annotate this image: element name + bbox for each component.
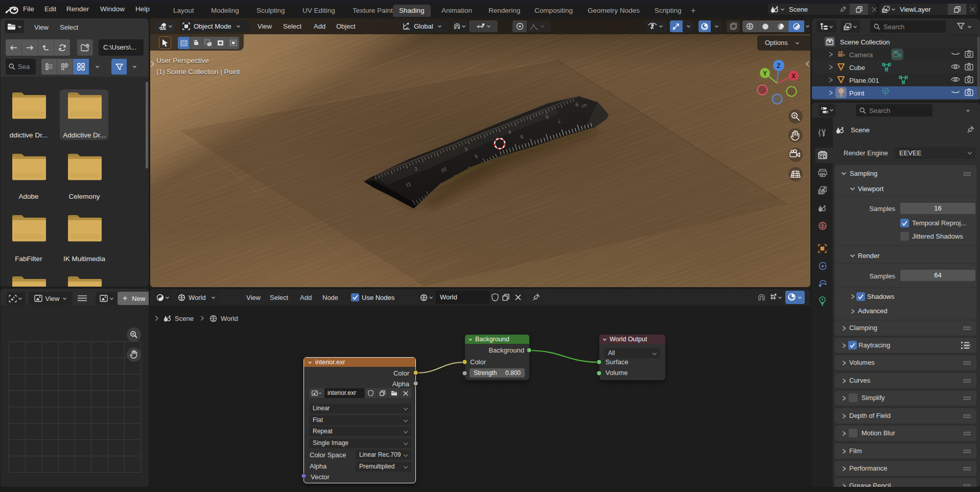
svg-text:X: X [791, 73, 796, 80]
svg-text:Y: Y [763, 70, 767, 77]
svg-text:Z: Z [777, 62, 780, 69]
